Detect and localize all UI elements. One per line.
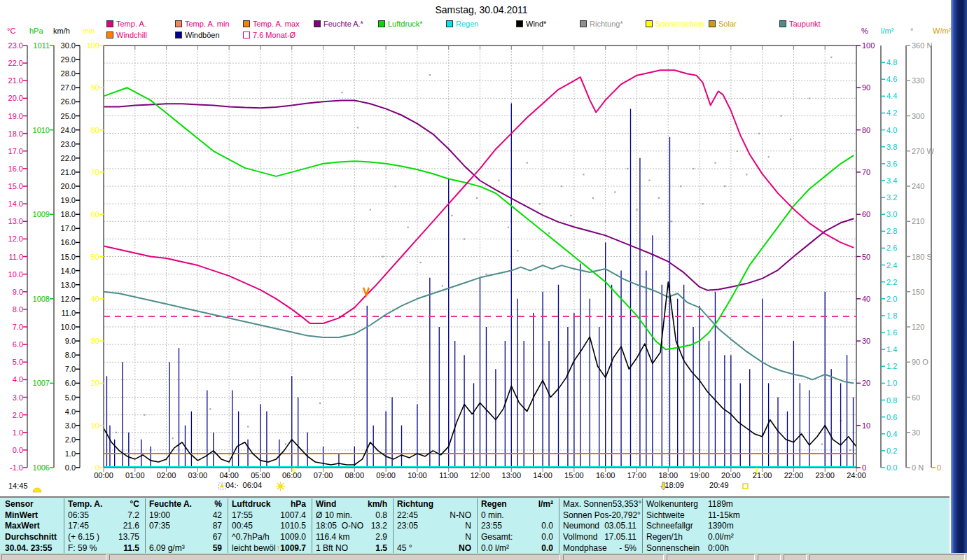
table-cell: 30.04. 23:55	[1, 542, 62, 554]
axis-tick-label: 13.0	[46, 281, 76, 289]
axis-tick-label: 10	[70, 421, 99, 430]
axis-tick-label: 7.0	[46, 365, 76, 373]
axis-tick-label: 10	[862, 421, 896, 430]
table-cell: Windkm/h	[312, 498, 391, 510]
wind-direction-dot	[419, 262, 421, 263]
axis-tick-label: 5.0	[0, 358, 23, 366]
table-cell: Temp. A.°C	[64, 498, 144, 510]
axis-tick-label: 8.0	[46, 351, 76, 359]
table-cell: LuftdruckhPa	[228, 498, 310, 510]
x-axis-label: 16:00	[592, 471, 620, 479]
axis-tick-label: 240	[912, 182, 945, 190]
wind-direction-dot	[636, 209, 637, 211]
axis-tick-label: 2.0	[0, 411, 23, 419]
wind-direction-dot	[209, 408, 211, 410]
wind-direction-dot	[627, 168, 628, 169]
table-cell: 0.0 l/m²0.0	[478, 542, 557, 554]
status-bar-segment	[563, 554, 664, 560]
axis-tick-label: 17.0	[0, 147, 23, 155]
table-column-astro: Max. Sonnen53,353°Sonnen Pos-20,792°Neum…	[559, 498, 641, 554]
axis-tick-label: 4.4	[886, 92, 920, 100]
wind-direction-dot	[319, 402, 321, 404]
moonset-time: 18:09	[660, 481, 688, 489]
x-axis-label: 24:00	[842, 471, 870, 479]
x-axis-label: 13:00	[497, 471, 525, 479]
x-axis-label: 01:00	[121, 471, 149, 479]
axis-unit-header: l/m²	[881, 27, 913, 35]
axis-tick-label: 180 S	[912, 253, 945, 261]
axis-tick-label: 22.0	[0, 59, 23, 67]
wind-direction-dot	[583, 174, 584, 175]
axis-tick-label: 16.0	[0, 164, 23, 173]
wind-direction-dot	[539, 203, 541, 204]
x-axis-label: 06:00	[278, 471, 306, 479]
wind-direction-dot	[144, 414, 145, 416]
status-bar-segment	[784, 554, 807, 560]
wind-direction-dot	[768, 156, 770, 158]
table-cell: 22:45N-NO	[394, 510, 475, 521]
sunset-icon	[742, 481, 749, 493]
x-axis-label: 05:00	[246, 471, 274, 479]
status-bar-segment	[1, 554, 106, 560]
table-cell: 23:05N	[394, 521, 475, 532]
wind-direction-dot	[464, 238, 465, 239]
wind-direction-dot	[172, 438, 174, 439]
axis-tick-label: 20.0	[46, 182, 76, 190]
table-cell: Ø 10 min.0.8	[312, 510, 391, 521]
wind-direction-dot	[247, 426, 249, 427]
axis-tick-label: 2.8	[886, 227, 920, 235]
x-axis-label: 17:00	[622, 471, 651, 479]
axis-tick-label: 30	[70, 337, 99, 345]
axis-tick-label: 0.0	[0, 446, 23, 454]
axis-tick-label: 12.0	[0, 234, 23, 243]
wind-direction-dot	[724, 186, 725, 187]
wind-direction-dot	[830, 57, 832, 58]
table-cell: 23:550.0	[478, 521, 557, 532]
wind-direction-dot	[395, 186, 396, 187]
axis-tick-label: 2.6	[886, 244, 920, 252]
table-column-richtung: Richtung22:45N-NO23:05NN45 °NO	[393, 498, 475, 554]
wind-direction-dot	[746, 174, 747, 175]
axis-tick-label: 90	[70, 83, 99, 92]
table-cell: Vollmond17.05.11	[559, 531, 641, 542]
axis-tick-label: 10.0	[0, 270, 23, 279]
table-cell: 116.4 km2.9	[312, 531, 391, 542]
table-cell: Sensor	[1, 498, 62, 510]
wind-direction-dot	[790, 139, 791, 140]
table-cell: Feuchte A.%	[146, 498, 226, 510]
axis-tick-label: 90 O	[912, 358, 945, 366]
wind-direction-dot	[527, 162, 528, 164]
table-cell: MinWert	[1, 510, 62, 521]
axis-tick-label: 1.4	[886, 345, 920, 354]
table-column-info: Wolkenunterg1189mSichtweite11-15kmSchnee…	[642, 498, 949, 554]
x-axis-label: 09:00	[372, 471, 400, 479]
axis-tick-label: 1008	[20, 295, 50, 303]
wind-direction-dot	[658, 197, 660, 199]
wind-direction-dot	[451, 215, 452, 216]
table-cell: 19:0042	[146, 510, 226, 521]
table-cell: 00:451010.5	[228, 521, 310, 532]
axis-tick-label: 1010	[20, 126, 50, 134]
table-cell: Durchschnitt	[1, 531, 62, 542]
axis-tick-label: 3.2	[886, 193, 920, 202]
axis-tick-label: 14.0	[0, 200, 23, 208]
x-axis-label: 19:00	[686, 471, 714, 479]
status-bar-segment	[109, 554, 560, 560]
table-cell: (+ 6.15 )13.75	[64, 531, 144, 542]
sun-horizon-icon	[32, 483, 42, 496]
wind-direction-dot	[648, 180, 650, 181]
axis-tick-label: 60	[912, 393, 945, 402]
x-axis-label: 22:00	[779, 471, 807, 479]
axis-tick-label: 1.0	[46, 449, 76, 458]
axis-tick-label: 8.0	[0, 305, 23, 314]
x-axis-label: 04:00	[215, 471, 243, 479]
axis-tick-label: 2.4	[886, 261, 920, 270]
series-feuchte-a	[104, 100, 854, 290]
axis-tick-label: 1.0	[886, 379, 920, 387]
axis-tick-label: 16.0	[46, 238, 76, 246]
axis-tick-label: 0.2	[886, 447, 920, 455]
table-cell: 0 min.	[478, 510, 557, 521]
wind-direction-dot	[702, 203, 704, 204]
series-taupunkt	[104, 265, 854, 383]
wind-direction-dot	[498, 180, 499, 181]
